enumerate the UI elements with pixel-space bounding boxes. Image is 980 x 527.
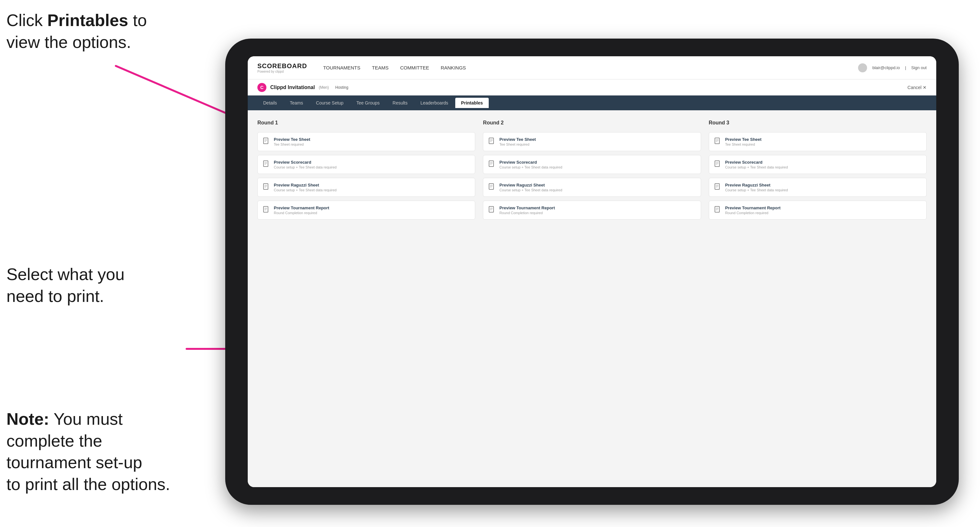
main-content: Round 1 Preview Tee Sheet Tee Sheet requ… xyxy=(248,110,936,487)
tournament-title: Clippd Invitational xyxy=(270,84,315,90)
svg-rect-48 xyxy=(715,206,719,212)
brand-title: SCOREBOARD xyxy=(258,62,307,70)
round-1-report-title: Preview Tournament Report xyxy=(274,205,329,210)
user-avatar xyxy=(858,63,867,72)
tab-details[interactable]: Details xyxy=(258,98,283,108)
nav-tournaments[interactable]: TOURNAMENTS xyxy=(323,63,360,72)
print-icon xyxy=(714,183,721,192)
note-bold: Note: xyxy=(6,410,49,428)
round-2-tee-sheet-title: Preview Tee Sheet xyxy=(500,137,536,142)
tablet-screen: SCOREBOARD Powered by clippd TOURNAMENTS… xyxy=(248,56,936,487)
round-3-tee-sheet[interactable]: Preview Tee Sheet Tee Sheet required xyxy=(709,132,927,151)
round-2-column: Round 2 Preview Tee Sheet Tee Sheet requ… xyxy=(483,120,701,220)
svg-rect-16 xyxy=(264,206,268,212)
sign-out-link[interactable]: Sign out xyxy=(911,65,927,70)
tab-teams[interactable]: Teams xyxy=(284,98,309,108)
round-2-report-content: Preview Tournament Report Round Completi… xyxy=(500,205,555,215)
svg-rect-12 xyxy=(264,184,268,189)
tournament-category: (Men) xyxy=(319,85,329,90)
round-3-tee-sheet-content: Preview Tee Sheet Tee Sheet required xyxy=(725,137,762,146)
round-1-raguzzi-subtitle: Course setup + Tee Sheet data required xyxy=(274,188,337,192)
powered-by: Powered by clippd xyxy=(258,70,307,73)
round-1-scorecard-subtitle: Course setup + Tee Sheet data required xyxy=(274,165,337,169)
round-3-raguzzi[interactable]: Preview Raguzzi Sheet Course setup + Tee… xyxy=(709,178,927,197)
round-2-title: Round 2 xyxy=(483,120,701,126)
rounds-grid: Round 1 Preview Tee Sheet Tee Sheet requ… xyxy=(258,120,927,220)
round-3-title: Round 3 xyxy=(709,120,927,126)
round-3-report-subtitle: Round Completion required xyxy=(725,211,781,215)
round-2-tournament-report[interactable]: Preview Tournament Report Round Completi… xyxy=(483,201,701,220)
tab-results[interactable]: Results xyxy=(387,98,414,108)
round-1-tee-sheet-title: Preview Tee Sheet xyxy=(274,137,310,142)
round-3-scorecard-content: Preview Scorecard Course setup + Tee She… xyxy=(725,160,788,169)
svg-rect-40 xyxy=(715,161,719,167)
round-3-report-content: Preview Tournament Report Round Completi… xyxy=(725,205,781,215)
cancel-button[interactable]: Cancel ✕ xyxy=(908,85,927,90)
tab-printables[interactable]: Printables xyxy=(455,98,489,108)
round-3-raguzzi-title: Preview Raguzzi Sheet xyxy=(725,183,788,187)
instruction-top: Click Printables toview the options. xyxy=(6,10,147,53)
round-2-tee-sheet-content: Preview Tee Sheet Tee Sheet required xyxy=(500,137,536,146)
print-icon xyxy=(714,160,721,169)
round-3-raguzzi-content: Preview Raguzzi Sheet Course setup + Tee… xyxy=(725,183,788,192)
print-icon xyxy=(263,183,270,192)
user-email: blair@clippd.io xyxy=(872,65,900,70)
round-1-scorecard-title: Preview Scorecard xyxy=(274,160,337,165)
top-nav: SCOREBOARD Powered by clippd TOURNAMENTS… xyxy=(248,56,936,79)
round-2-tee-sheet-subtitle: Tee Sheet required xyxy=(500,143,536,146)
instruction-bottom: Note: You mustcomplete thetournament set… xyxy=(6,408,170,495)
print-icon xyxy=(488,206,495,214)
round-1-tee-sheet[interactable]: Preview Tee Sheet Tee Sheet required xyxy=(258,132,475,151)
round-2-raguzzi-content: Preview Raguzzi Sheet Course setup + Tee… xyxy=(500,183,562,192)
svg-rect-36 xyxy=(715,138,719,144)
print-icon xyxy=(714,138,721,146)
svg-rect-44 xyxy=(715,184,719,189)
top-nav-user: blair@clippd.io | Sign out xyxy=(858,63,927,72)
round-3-report-title: Preview Tournament Report xyxy=(725,205,781,210)
tablet: SCOREBOARD Powered by clippd TOURNAMENTS… xyxy=(225,38,959,505)
tab-leaderboards[interactable]: Leaderboards xyxy=(415,98,454,108)
tab-course-setup[interactable]: Course Setup xyxy=(310,98,349,108)
svg-rect-8 xyxy=(264,161,268,167)
nav-rankings[interactable]: RANKINGS xyxy=(441,63,466,72)
round-1-raguzzi-content: Preview Raguzzi Sheet Course setup + Tee… xyxy=(274,183,337,192)
round-3-scorecard[interactable]: Preview Scorecard Course setup + Tee She… xyxy=(709,155,927,174)
round-3-tournament-report[interactable]: Preview Tournament Report Round Completi… xyxy=(709,201,927,220)
round-2-scorecard[interactable]: Preview Scorecard Course setup + Tee She… xyxy=(483,155,701,174)
svg-rect-4 xyxy=(264,138,268,144)
round-1-tee-sheet-subtitle: Tee Sheet required xyxy=(274,143,310,146)
round-2-report-subtitle: Round Completion required xyxy=(500,211,555,215)
print-icon xyxy=(714,206,721,214)
round-2-raguzzi[interactable]: Preview Raguzzi Sheet Course setup + Tee… xyxy=(483,178,701,197)
round-1-title: Round 1 xyxy=(258,120,475,126)
round-3-tee-sheet-title: Preview Tee Sheet xyxy=(725,137,762,142)
round-2-raguzzi-subtitle: Course setup + Tee Sheet data required xyxy=(500,188,562,192)
tab-tee-groups[interactable]: Tee Groups xyxy=(351,98,385,108)
round-3-raguzzi-subtitle: Course setup + Tee Sheet data required xyxy=(725,188,788,192)
round-1-scorecard[interactable]: Preview Scorecard Course setup + Tee She… xyxy=(258,155,475,174)
round-1-scorecard-content: Preview Scorecard Course setup + Tee She… xyxy=(274,160,337,169)
printables-bold: Printables xyxy=(47,11,128,30)
print-icon xyxy=(488,183,495,192)
sub-header: C Clippd Invitational (Men) Hosting Canc… xyxy=(248,79,936,95)
print-icon xyxy=(488,138,495,146)
brand: SCOREBOARD Powered by clippd xyxy=(258,62,307,73)
round-2-tee-sheet[interactable]: Preview Tee Sheet Tee Sheet required xyxy=(483,132,701,151)
tab-bar: Details Teams Course Setup Tee Groups Re… xyxy=(248,95,936,110)
tournament-logo: C xyxy=(258,83,266,92)
round-2-scorecard-subtitle: Course setup + Tee Sheet data required xyxy=(500,165,562,169)
round-3-tee-sheet-subtitle: Tee Sheet required xyxy=(725,143,762,146)
round-1-raguzzi-title: Preview Raguzzi Sheet xyxy=(274,183,337,187)
instruction-mid: Select what youneed to print. xyxy=(6,264,124,307)
round-1-raguzzi[interactable]: Preview Raguzzi Sheet Course setup + Tee… xyxy=(258,178,475,197)
round-1-report-content: Preview Tournament Report Round Completi… xyxy=(274,205,329,215)
nav-teams[interactable]: TEAMS xyxy=(372,63,389,72)
round-2-scorecard-title: Preview Scorecard xyxy=(500,160,562,165)
nav-committee[interactable]: COMMITTEE xyxy=(400,63,429,72)
round-1-tournament-report[interactable]: Preview Tournament Report Round Completi… xyxy=(258,201,475,220)
round-2-report-title: Preview Tournament Report xyxy=(500,205,555,210)
round-3-scorecard-subtitle: Course setup + Tee Sheet data required xyxy=(725,165,788,169)
svg-rect-20 xyxy=(489,138,493,144)
round-1-tee-sheet-content: Preview Tee Sheet Tee Sheet required xyxy=(274,137,310,146)
round-2-raguzzi-title: Preview Raguzzi Sheet xyxy=(500,183,562,187)
